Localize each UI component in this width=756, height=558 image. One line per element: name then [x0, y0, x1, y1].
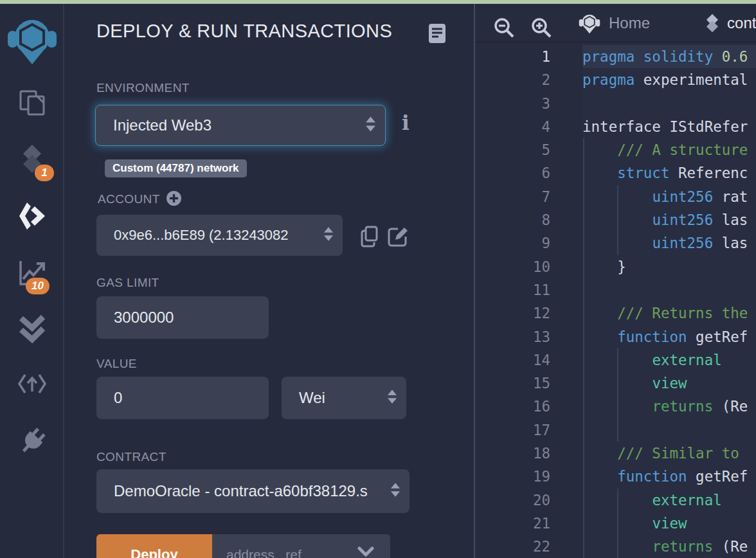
line-number: 7: [475, 185, 550, 208]
code-line: /// Returns the: [582, 302, 756, 325]
code-editor: Home contr 12345678910111213141516171819…: [474, 4, 756, 558]
activity-bar: 1 10: [0, 4, 64, 558]
code-line: returns (Re: [582, 535, 756, 558]
line-number: 20: [475, 489, 550, 512]
environment-label: ENVIRONMENT: [96, 81, 190, 95]
deploy-run-panel: DEPLOY & RUN TRANSACTIONS ENVIRONMENT In…: [64, 4, 474, 558]
line-number: 14: [475, 348, 550, 372]
code-line: view: [582, 512, 756, 535]
code-line: struct Referenc: [582, 161, 756, 184]
code-line: view: [582, 372, 756, 395]
line-number: 13: [475, 325, 550, 348]
line-number: 21: [475, 512, 550, 535]
info-icon[interactable]: i: [402, 112, 410, 134]
line-number: 22: [475, 535, 550, 558]
line-number: 8: [475, 208, 550, 231]
code-line: }: [582, 255, 756, 278]
account-label: ACCOUNT: [98, 192, 160, 206]
analytics-badge: 10: [26, 278, 50, 294]
code-line: [582, 419, 756, 442]
docs-book-icon[interactable]: [428, 23, 446, 46]
code-line: uint256 las: [582, 231, 756, 255]
editor-tab-bar: Home contr: [475, 4, 756, 42]
contract-select[interactable]: DemoOracle - contract-a60bf38129.s: [96, 469, 410, 513]
select-arrows-icon: [323, 226, 334, 244]
line-number: 6: [475, 161, 550, 184]
line-number: 12: [475, 302, 550, 325]
code-line: [582, 278, 756, 302]
value-input[interactable]: [96, 377, 269, 419]
copy-account-icon[interactable]: [360, 226, 379, 250]
compiler-badge: 1: [35, 165, 54, 181]
line-number: 3: [475, 92, 550, 115]
expand-deploy-chevron-icon[interactable]: [357, 546, 374, 558]
code-line: returns (Re: [582, 395, 756, 418]
code-line: [582, 92, 756, 115]
code-line: uint256 rat: [582, 185, 756, 208]
gas-limit-label: GAS LIMIT: [96, 276, 159, 290]
tab-file-label: contr: [727, 14, 756, 32]
remix-logo: [0, 13, 64, 67]
environment-value: Injected Web3: [113, 116, 212, 134]
contract-label: CONTRACT: [96, 450, 166, 464]
code-line: external: [582, 489, 756, 512]
code-line: pragma solidity 0.6: [582, 45, 756, 68]
code-line: uint256 las: [582, 208, 756, 231]
editor-code[interactable]: pragma solidity 0.6pragma experimentalin…: [582, 45, 756, 558]
tab-home-label: Home: [609, 14, 650, 32]
source-verify-icon[interactable]: [0, 373, 64, 395]
select-arrows-icon: [365, 116, 376, 135]
editor-gutter: 12345678910111213141516171819202122: [475, 45, 550, 558]
value-label: VALUE: [96, 357, 137, 371]
code-line: pragma experimental: [582, 68, 756, 91]
code-line: interface IStdRefer: [582, 115, 756, 138]
indent-guide: [617, 348, 618, 442]
code-line: function getRef: [582, 325, 756, 348]
add-account-icon[interactable]: [166, 190, 182, 209]
line-number: 4: [475, 115, 550, 138]
edit-account-icon[interactable]: [388, 226, 408, 249]
unit-testing-icon[interactable]: [0, 314, 64, 343]
solidity-file-icon: [705, 14, 719, 33]
line-number: 18: [475, 442, 550, 465]
line-number: 17: [475, 419, 550, 442]
line-number: 2: [475, 68, 550, 91]
account-select[interactable]: 0x9e6...b6E89 (2.13243082: [96, 215, 343, 256]
select-arrows-icon: [387, 389, 397, 407]
line-number: 10: [475, 255, 550, 278]
code-line: function getRef: [582, 465, 756, 488]
plugin-manager-icon[interactable]: [0, 427, 64, 456]
code-line: /// A structure: [582, 138, 756, 161]
gas-limit-input[interactable]: [96, 296, 269, 339]
tab-home[interactable]: Home: [578, 4, 650, 42]
line-number: 5: [475, 138, 550, 161]
solidity-compiler-icon[interactable]: [0, 144, 64, 174]
contract-value: DemoOracle - contract-a60bf38129.s: [114, 482, 368, 500]
line-number: 15: [475, 372, 550, 395]
deploy-run-icon[interactable]: [0, 202, 64, 230]
line-number: 11: [475, 278, 550, 302]
zoom-out-icon[interactable]: [493, 17, 515, 41]
line-number: 9: [475, 231, 550, 255]
tab-contract-file[interactable]: contr: [705, 4, 756, 42]
code-line: external: [582, 348, 756, 372]
select-arrows-icon: [390, 482, 401, 500]
line-number: 19: [475, 465, 550, 488]
value-unit-select[interactable]: Wei: [282, 377, 406, 419]
code-line: /// Similar to: [582, 442, 756, 465]
line-number: 1: [475, 45, 550, 68]
indent-guide: [583, 138, 584, 558]
value-unit: Wei: [299, 389, 325, 407]
zoom-in-icon[interactable]: [530, 17, 552, 41]
environment-select[interactable]: Injected Web3: [95, 105, 386, 146]
remix-home-icon: [578, 12, 601, 35]
deploy-button[interactable]: Deploy: [96, 534, 212, 558]
file-explorer-icon[interactable]: [0, 89, 64, 116]
line-number: 16: [475, 395, 550, 418]
network-badge: Custom (44787) network: [105, 159, 247, 177]
panel-title: DEPLOY & RUN TRANSACTIONS: [96, 21, 392, 42]
indent-guide: [617, 489, 618, 558]
indent-guide: [617, 185, 618, 255]
account-value: 0x9e6...b6E89 (2.13243082: [114, 227, 289, 244]
